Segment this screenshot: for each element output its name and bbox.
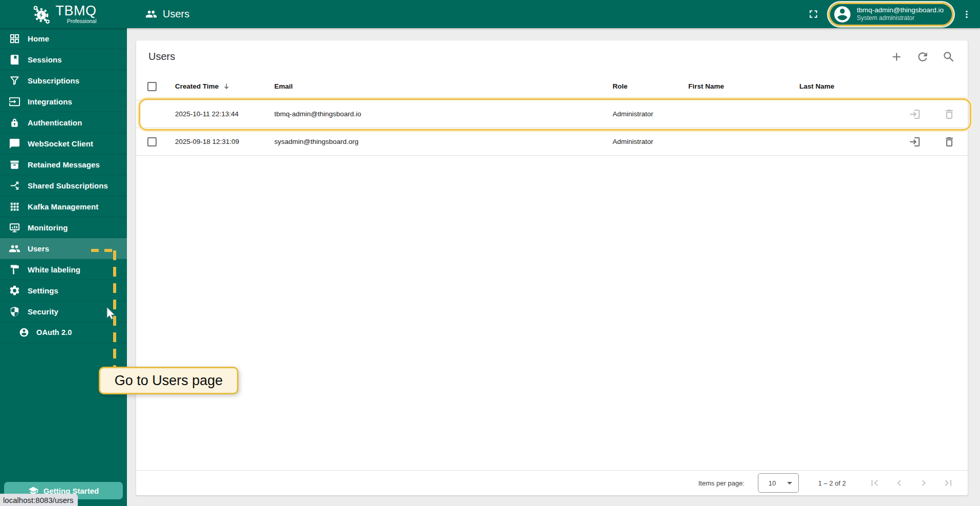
- search-icon: [942, 50, 955, 64]
- account-role: System administrator: [857, 14, 914, 22]
- table-header-row: Created Time Email Role First Name Last …: [136, 73, 968, 100]
- cell-email: tbmq-admin@thingsboard.io: [274, 110, 613, 118]
- shield-icon: [9, 306, 20, 318]
- search-button[interactable]: [942, 50, 955, 64]
- chevron-left-icon: [893, 477, 905, 489]
- archive-icon: [9, 159, 20, 171]
- add-user-button[interactable]: [890, 50, 903, 64]
- tbmq-gear-icon: [31, 4, 52, 25]
- pagination-bar: Items per page: 10 1 – 2 of 2: [136, 470, 968, 495]
- page-size-select[interactable]: 10: [758, 473, 799, 493]
- sidebar-item-label: OAuth 2.0: [36, 328, 72, 336]
- fullscreen-button[interactable]: [806, 7, 820, 22]
- table-row[interactable]: 2025-10-11 22:13:44 tbmq-admin@thingsboa…: [136, 100, 968, 128]
- sidebar-item-label: Kafka Management: [28, 202, 98, 211]
- guide-tooltip: Go to Users page: [99, 367, 238, 394]
- next-page-button[interactable]: [918, 477, 930, 489]
- avatar-icon: [833, 5, 852, 24]
- cell-email: sysadmin@thingsboard.org: [274, 138, 613, 145]
- breadcrumb: Users: [145, 8, 189, 20]
- sidebar-item-label: Authentication: [28, 118, 82, 127]
- select-all-checkbox[interactable]: [147, 82, 157, 91]
- chevron-right-icon: [918, 477, 930, 489]
- column-header-role[interactable]: Role: [613, 82, 688, 90]
- lock-icon: [9, 117, 20, 129]
- users-group-icon: [145, 8, 157, 20]
- sidebar-item-label: Sessions: [28, 55, 62, 64]
- browser-status-bar: localhost:8083/users: [0, 494, 78, 506]
- sidebar-item-monitoring[interactable]: Monitoring: [0, 217, 127, 238]
- users-group-icon: [9, 243, 20, 255]
- column-header-created-time[interactable]: Created Time: [175, 82, 274, 91]
- plus-icon: [890, 50, 903, 64]
- fullscreen-icon: [807, 8, 820, 20]
- sidebar-item-label: Retained Messages: [28, 160, 100, 169]
- sidebar-item-label: Subscriptions: [28, 76, 79, 85]
- sidebar: Home Sessions Subscriptions Integrations…: [0, 28, 127, 506]
- user-account-chip[interactable]: tbmq-admin@thingsboard.io System adminis…: [829, 3, 953, 26]
- input-icon: [9, 96, 20, 108]
- guide-tooltip-text: Go to Users page: [115, 373, 223, 389]
- sidebar-item-shared-subscriptions[interactable]: Shared Subscriptions: [0, 175, 127, 196]
- sidebar-item-oauth[interactable]: OAuth 2.0: [0, 322, 127, 343]
- trash-icon: [943, 136, 955, 148]
- delete-user-button[interactable]: [943, 136, 955, 148]
- column-header-email[interactable]: Email: [274, 82, 613, 90]
- sidebar-item-websocket-client[interactable]: WebSocket Client: [0, 133, 127, 154]
- account-circle-icon: [19, 327, 29, 338]
- sidebar-item-authentication[interactable]: Authentication: [0, 112, 127, 133]
- top-bar: TBMQ Professional Users tbmq-admin@thing…: [0, 0, 980, 28]
- chevron-down-icon: [787, 482, 792, 484]
- more-options-button[interactable]: [961, 7, 973, 22]
- login-icon: [908, 136, 921, 148]
- column-header-first-name[interactable]: First Name: [688, 82, 799, 90]
- last-page-button[interactable]: [942, 477, 954, 489]
- sidebar-item-label: Security: [28, 307, 58, 316]
- status-url: localhost:8083/users: [3, 496, 74, 504]
- items-per-page-label: Items per page:: [698, 479, 744, 487]
- dashboard-icon: [9, 33, 20, 45]
- chat-bubble-icon: [9, 138, 20, 150]
- filter-icon: [9, 75, 20, 87]
- first-page-icon: [868, 477, 881, 489]
- sidebar-item-sessions[interactable]: Sessions: [0, 49, 127, 70]
- book-icon: [9, 54, 20, 66]
- refresh-button[interactable]: [916, 50, 929, 64]
- mouse-cursor-icon: [106, 307, 118, 321]
- last-page-icon: [942, 477, 954, 489]
- sidebar-item-label: Users: [28, 244, 49, 253]
- sidebar-item-label: Home: [28, 34, 49, 43]
- table-row[interactable]: 2025-09-18 12:31:09 sysadmin@thingsboard…: [136, 128, 968, 156]
- sidebar-item-subscriptions[interactable]: Subscriptions: [0, 70, 127, 91]
- previous-page-button[interactable]: [893, 477, 905, 489]
- page-range-label: 1 – 2 of 2: [818, 479, 846, 487]
- row-checkbox[interactable]: [147, 137, 157, 146]
- sidebar-item-label: Shared Subscriptions: [28, 181, 108, 190]
- more-vert-icon: [961, 9, 972, 20]
- login-as-user-button[interactable]: [908, 108, 921, 120]
- column-header-last-name[interactable]: Last Name: [799, 82, 908, 90]
- brand-edition: Professional: [67, 18, 97, 24]
- login-as-user-button[interactable]: [908, 136, 921, 148]
- delete-user-button[interactable]: [943, 108, 955, 120]
- cell-created-time: 2025-09-18 12:31:09: [175, 138, 274, 145]
- cell-role: Administrator: [613, 110, 688, 118]
- sidebar-item-home[interactable]: Home: [0, 28, 127, 49]
- cell-created-time: 2025-10-11 22:13:44: [175, 110, 274, 118]
- brand-name: TBMQ: [56, 4, 97, 18]
- gear-icon: [9, 285, 20, 297]
- sidebar-item-label: Monitoring: [28, 223, 68, 232]
- sidebar-item-kafka-management[interactable]: Kafka Management: [0, 196, 127, 217]
- sidebar-item-settings[interactable]: Settings: [0, 280, 127, 301]
- sidebar-item-label: WebSocket Client: [28, 139, 93, 148]
- first-page-button[interactable]: [868, 477, 881, 489]
- users-card: Users Created Time Email Role First Name…: [136, 40, 968, 495]
- sidebar-item-retained-messages[interactable]: Retained Messages: [0, 154, 127, 175]
- sidebar-item-white-labeling[interactable]: White labeling: [0, 259, 127, 280]
- guide-dashed-line-horizontal: [91, 249, 116, 252]
- table-toolbar: Users: [136, 40, 968, 73]
- sidebar-item-label: White labeling: [28, 265, 80, 274]
- account-email: tbmq-admin@thingsboard.io: [857, 6, 944, 15]
- sidebar-item-integrations[interactable]: Integrations: [0, 91, 127, 112]
- tbmq-logo[interactable]: TBMQ Professional: [0, 0, 127, 28]
